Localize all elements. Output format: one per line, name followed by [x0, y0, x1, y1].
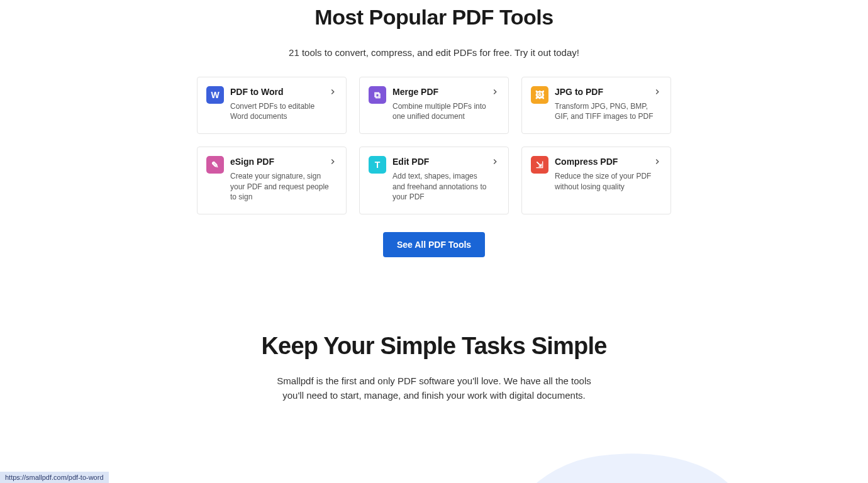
- tool-desc: Create your signature, sign your PDF and…: [230, 171, 337, 203]
- tool-title: eSign PDF: [230, 156, 337, 169]
- tool-title: PDF to Word: [230, 86, 337, 99]
- esign-pdf-icon: ✎: [206, 156, 224, 174]
- tool-title: Edit PDF: [392, 156, 499, 169]
- illustration: Work Directly on Your Files Edit Documen…: [0, 453, 868, 483]
- compress-pdf-icon: ⇲: [531, 156, 548, 174]
- tool-card-pdf-to-word[interactable]: WPDF to WordConvert PDFs to editable Wor…: [197, 77, 347, 134]
- section-subtitle: 21 tools to convert, compress, and edit …: [101, 47, 767, 58]
- tool-title: Compress PDF: [555, 156, 662, 169]
- tool-card-esign-pdf[interactable]: ✎eSign PDFCreate your signature, sign yo…: [197, 147, 347, 214]
- edit-pdf-icon: T: [369, 156, 386, 174]
- tool-desc: Convert PDFs to editable Word documents: [230, 101, 337, 123]
- decorative-blob: [485, 453, 760, 483]
- section2-title: Keep Your Simple Tasks Simple: [101, 333, 767, 360]
- chevron-right-icon: [491, 87, 499, 99]
- tool-card-merge-pdf[interactable]: ⧉Merge PDFCombine multiple PDFs into one…: [359, 77, 509, 134]
- section2-text: Smallpdf is the first and only PDF softw…: [270, 374, 598, 403]
- tool-title: Merge PDF: [392, 86, 499, 99]
- chevron-right-icon: [328, 157, 337, 169]
- chevron-right-icon: [491, 157, 499, 169]
- tool-card-jpg-to-pdf[interactable]: 🖼JPG to PDFTransform JPG, PNG, BMP, GIF,…: [521, 77, 671, 134]
- tool-desc: Transform JPG, PNG, BMP, GIF, and TIFF i…: [555, 101, 662, 123]
- chevron-right-icon: [653, 157, 662, 169]
- tool-card-edit-pdf[interactable]: TEdit PDFAdd text, shapes, images and fr…: [359, 147, 509, 214]
- section-title: Most Popular PDF Tools: [101, 5, 767, 30]
- tool-desc: Combine multiple PDFs into one unified d…: [392, 101, 499, 123]
- tools-grid: WPDF to WordConvert PDFs to editable Wor…: [101, 77, 767, 214]
- tool-card-compress-pdf[interactable]: ⇲Compress PDFReduce the size of your PDF…: [521, 147, 671, 214]
- jpg-to-pdf-icon: 🖼: [531, 86, 548, 104]
- tool-desc: Add text, shapes, images and freehand an…: [392, 171, 499, 203]
- tool-desc: Reduce the size of your PDF without losi…: [555, 171, 662, 192]
- tool-title: JPG to PDF: [555, 86, 662, 99]
- see-all-tools-button[interactable]: See All PDF Tools: [383, 232, 485, 257]
- merge-pdf-icon: ⧉: [369, 86, 386, 104]
- pdf-to-word-icon: W: [206, 86, 224, 104]
- chevron-right-icon: [653, 87, 662, 99]
- chevron-right-icon: [328, 87, 337, 99]
- browser-status-url: https://smallpdf.com/pdf-to-word: [0, 472, 109, 483]
